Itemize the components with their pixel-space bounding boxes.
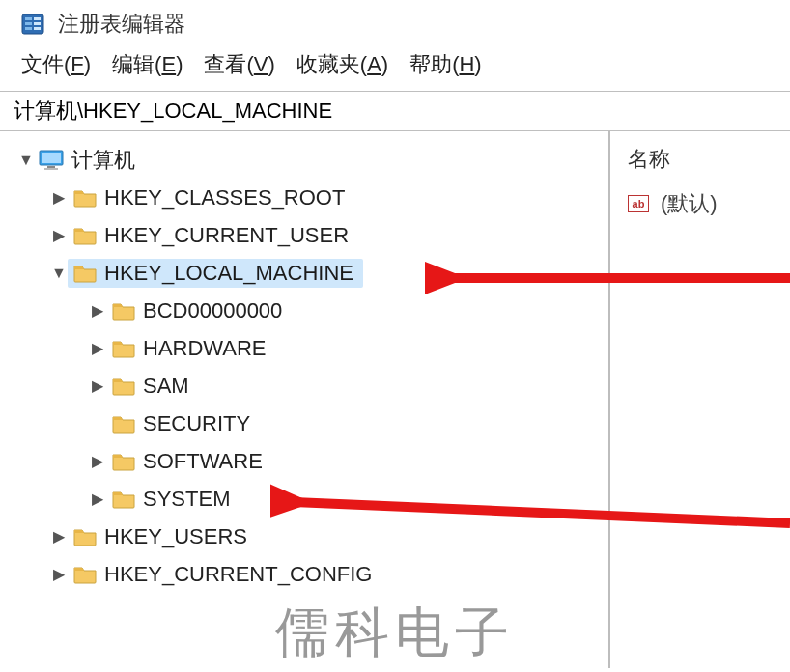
folder-icon [73, 264, 97, 283]
tree-node-content[interactable]: SYSTEM [106, 485, 240, 514]
chevron-down-icon[interactable]: ▼ [17, 152, 35, 169]
tree-node-content[interactable]: HARDWARE [106, 334, 276, 363]
chevron-down-icon[interactable]: ▼ [50, 265, 68, 282]
svg-rect-9 [47, 166, 55, 168]
folder-icon [73, 565, 97, 584]
chevron-right-icon[interactable]: ▶ [50, 565, 68, 583]
tree-root[interactable]: ▼ 计算机 [0, 141, 608, 179]
tree-node-label: BCD00000000 [143, 298, 282, 323]
tree-pane[interactable]: ▼ 计算机 ▶HKEY_CLASSES_ROOT▶HKEY_CURRENT_US… [0, 131, 610, 668]
tree-node-content[interactable]: HKEY_CURRENT_CONFIG [68, 560, 381, 589]
folder-icon [112, 377, 135, 396]
content-area: ▼ 计算机 ▶HKEY_CLASSES_ROOT▶HKEY_CURRENT_US… [0, 131, 790, 668]
tree-node-content[interactable]: SECURITY [106, 409, 260, 438]
tree-node-label: HKEY_CURRENT_CONFIG [104, 562, 372, 587]
chevron-right-icon[interactable]: ▶ [89, 452, 106, 470]
svg-rect-8 [42, 153, 61, 163]
tree-root-label: 计算机 [71, 146, 135, 175]
svg-rect-2 [25, 22, 32, 25]
tree-node-hkey-users[interactable]: ▶HKEY_USERS [0, 518, 608, 555]
tree-node-label: SAM [143, 374, 189, 399]
tree-node-label: HARDWARE [143, 336, 267, 361]
tree-node-security[interactable]: ▶SECURITY [0, 405, 608, 442]
address-bar [0, 91, 790, 131]
menu-file[interactable]: 文件(F) [21, 50, 91, 79]
tree-node-content[interactable]: BCD00000000 [106, 296, 292, 325]
chevron-right-icon[interactable]: ▶ [89, 377, 106, 395]
chevron-right-icon[interactable]: ▶ [50, 527, 68, 546]
tree-node-system[interactable]: ▶SYSTEM [0, 480, 608, 518]
tree-node-label: HKEY_CURRENT_USER [104, 223, 349, 248]
svg-rect-4 [34, 17, 41, 20]
address-input[interactable] [12, 98, 786, 125]
svg-rect-1 [25, 17, 32, 20]
menu-favorites[interactable]: 收藏夹(A) [296, 50, 388, 79]
folder-icon [112, 490, 135, 509]
tree-node-content[interactable]: HKEY_LOCAL_MACHINE [68, 259, 363, 288]
tree-node-hkey-current-config[interactable]: ▶HKEY_CURRENT_CONFIG [0, 555, 608, 593]
window-title: 注册表编辑器 [58, 10, 185, 39]
folder-icon [73, 188, 97, 208]
regedit-window: 注册表编辑器 文件(F) 编辑(E) 查看(V) 收藏夹(A) 帮助(H) ▼ [0, 0, 790, 672]
menu-view[interactable]: 查看(V) [204, 50, 274, 79]
tree-node-content[interactable]: SAM [106, 372, 199, 401]
chevron-right-icon[interactable]: ▶ [89, 490, 106, 508]
tree-node-label: SYSTEM [143, 487, 230, 512]
folder-icon [73, 226, 97, 245]
tree-node-hkey-current-user[interactable]: ▶HKEY_CURRENT_USER [0, 216, 608, 254]
ab-string-icon: ab [628, 195, 649, 212]
tree-node-bcd00000000[interactable]: ▶BCD00000000 [0, 292, 608, 329]
chevron-right-icon[interactable]: ▶ [89, 301, 106, 320]
list-item-label: (默认) [661, 189, 718, 218]
menu-help[interactable]: 帮助(H) [409, 50, 482, 79]
computer-icon [39, 150, 64, 171]
regedit-icon [21, 13, 44, 36]
folder-icon [112, 339, 135, 358]
folder-icon [112, 301, 135, 321]
svg-rect-6 [34, 27, 41, 30]
tree-node-content[interactable]: HKEY_CLASSES_ROOT [68, 183, 354, 212]
chevron-right-icon[interactable]: ▶ [50, 188, 68, 207]
menu-edit[interactable]: 编辑(E) [112, 50, 183, 79]
values-pane[interactable]: 名称 ab (默认) [610, 131, 790, 668]
tree-node-content[interactable]: HKEY_USERS [68, 522, 257, 551]
folder-icon [112, 452, 135, 471]
tree-node-hkey-local-machine[interactable]: ▼HKEY_LOCAL_MACHINE [0, 254, 608, 292]
tree-node-sam[interactable]: ▶SAM [0, 367, 608, 405]
tree-node-content[interactable]: SOFTWARE [106, 447, 272, 476]
list-item-default[interactable]: ab (默认) [628, 189, 790, 218]
svg-rect-5 [34, 22, 41, 25]
tree-node-label: HKEY_USERS [104, 524, 247, 549]
tree-node-content[interactable]: HKEY_CURRENT_USER [68, 221, 358, 250]
tree-node-hkey-classes-root[interactable]: ▶HKEY_CLASSES_ROOT [0, 179, 608, 216]
svg-rect-10 [44, 168, 58, 170]
menu-bar: 文件(F) 编辑(E) 查看(V) 收藏夹(A) 帮助(H) [0, 44, 790, 91]
tree-node-label: SOFTWARE [143, 449, 263, 474]
tree-node-label: HKEY_CLASSES_ROOT [104, 185, 345, 210]
folder-icon [112, 414, 135, 434]
tree-node-hardware[interactable]: ▶HARDWARE [0, 329, 608, 367]
tree-node-software[interactable]: ▶SOFTWARE [0, 442, 608, 480]
svg-rect-3 [25, 27, 32, 30]
chevron-right-icon[interactable]: ▶ [89, 339, 106, 357]
chevron-right-icon[interactable]: ▶ [50, 226, 68, 244]
tree-node-label: SECURITY [143, 411, 250, 436]
title-bar: 注册表编辑器 [0, 0, 790, 44]
chevron-right-icon: ▶ [89, 414, 106, 433]
tree-node-label: HKEY_LOCAL_MACHINE [104, 261, 353, 286]
column-header-name[interactable]: 名称 [628, 145, 790, 189]
folder-icon [73, 527, 97, 546]
